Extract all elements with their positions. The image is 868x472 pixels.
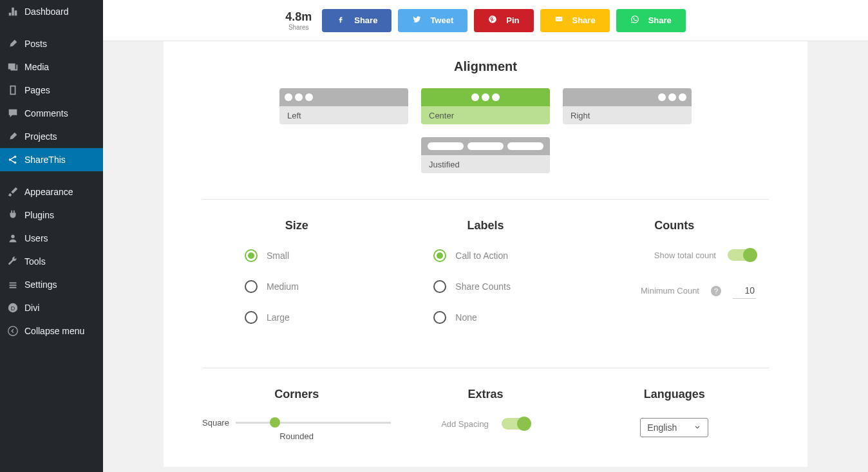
corners-column: Corners Square Rounded — [202, 388, 391, 441]
alignment-justified[interactable]: Justified — [421, 137, 550, 173]
sidebar-item-divi[interactable]: D Divi — [0, 296, 103, 319]
size-small[interactable]: Small — [202, 249, 391, 262]
corners-rounded-label: Rounded — [202, 431, 391, 441]
size-title: Size — [202, 219, 391, 232]
svg-point-6 — [8, 326, 17, 335]
help-icon[interactable]: ? — [711, 286, 721, 296]
alignment-options-row2: Justified — [202, 137, 769, 173]
wrench-icon — [6, 255, 19, 268]
size-column: Size Small Medium Large — [202, 219, 391, 342]
sidebar-item-settings[interactable]: Settings — [0, 273, 103, 296]
sidebar-item-tools[interactable]: Tools — [0, 250, 103, 273]
wp-admin-sidebar: Dashboard Posts Media Pages Comments Pro… — [0, 0, 103, 472]
sidebar-item-plugins[interactable]: Plugins — [0, 203, 103, 227]
content-area: Alignment Left Center Right Justified — [103, 41, 868, 472]
share-button-label: Share — [648, 15, 672, 25]
alignment-label: Right — [563, 106, 692, 124]
corners-slider[interactable] — [236, 422, 391, 424]
labels-none[interactable]: None — [391, 311, 580, 324]
size-medium[interactable]: Medium — [202, 280, 391, 293]
svg-point-11 — [560, 19, 560, 19]
counts-column: Counts Show total count Minimum Count ? — [580, 219, 769, 342]
alignment-preview — [421, 137, 550, 155]
twitter-share-button[interactable]: Tweet — [398, 9, 467, 32]
labels-cta[interactable]: Call to Action — [391, 249, 580, 262]
languages-title: Languages — [580, 388, 769, 401]
svg-point-9 — [556, 19, 557, 19]
divider — [202, 199, 769, 200]
sms-share-button[interactable]: Share — [540, 9, 610, 32]
alignment-label: Center — [421, 106, 550, 124]
share-total: 4.8m Shares — [285, 10, 312, 31]
sidebar-item-label: Pages — [24, 85, 50, 95]
brush-icon — [6, 185, 19, 198]
svg-point-3 — [11, 235, 14, 238]
sidebar-item-label: Appearance — [24, 187, 73, 197]
corners-slider-row: Square — [202, 418, 391, 428]
settings-panel: Alignment Left Center Right Justified — [164, 41, 807, 467]
sidebar-item-label: Collapse menu — [24, 326, 84, 336]
alignment-preview — [279, 88, 408, 106]
sidebar-item-sharethis[interactable]: ShareThis — [0, 148, 103, 171]
sidebar-item-appearance[interactable]: Appearance — [0, 180, 103, 203]
extras-column: Extras Add Spacing — [391, 388, 580, 441]
sidebar-item-media[interactable]: Media — [0, 55, 103, 79]
show-total-toggle[interactable] — [728, 249, 756, 261]
whatsapp-share-button[interactable]: Share — [616, 9, 686, 32]
radio-icon — [433, 311, 446, 324]
svg-point-1 — [14, 156, 17, 158]
show-total-row: Show total count — [580, 249, 769, 261]
size-labels-counts-row: Size Small Medium Large Labels — [202, 219, 769, 342]
radio-label: Small — [267, 250, 289, 261]
sidebar-item-collapse[interactable]: Collapse menu — [0, 319, 103, 343]
radio-icon — [245, 249, 258, 262]
min-count-input[interactable] — [733, 283, 756, 299]
sidebar-item-pages[interactable]: Pages — [0, 79, 103, 102]
alignment-label: Left — [279, 106, 408, 124]
share-button-label: Share — [354, 15, 377, 25]
sidebar-item-comments[interactable]: Comments — [0, 102, 103, 125]
sidebar-item-users[interactable]: Users — [0, 227, 103, 250]
alignment-options: Left Center Right — [202, 88, 769, 124]
alignment-center[interactable]: Center — [421, 88, 550, 124]
chevron-down-icon — [693, 422, 701, 433]
sidebar-item-projects[interactable]: Projects — [0, 125, 103, 148]
language-select[interactable]: English — [640, 418, 708, 437]
pin-icon — [6, 130, 19, 143]
show-total-label: Show total count — [654, 250, 716, 260]
alignment-left[interactable]: Left — [279, 88, 408, 124]
collapse-icon — [6, 325, 19, 337]
sidebar-item-posts[interactable]: Posts — [0, 32, 103, 55]
labels-counts[interactable]: Share Counts — [391, 280, 580, 293]
languages-column: Languages English — [580, 388, 769, 441]
counts-title: Counts — [580, 219, 769, 232]
radio-label: Share Counts — [455, 281, 511, 292]
alignment-right[interactable]: Right — [563, 88, 692, 124]
alignment-title: Alignment — [202, 59, 769, 74]
sidebar-item-label: ShareThis — [24, 155, 66, 165]
radio-icon — [245, 280, 258, 293]
extras-title: Extras — [391, 388, 580, 401]
pinterest-share-button[interactable]: Pin — [474, 9, 533, 32]
sidebar-item-label: Users — [24, 233, 48, 243]
page-icon — [6, 84, 19, 97]
min-count-row: Minimum Count ? — [580, 283, 769, 299]
share-icon — [6, 153, 19, 166]
sidebar-item-label: Plugins — [24, 210, 54, 220]
share-button-label: Tweet — [430, 15, 453, 25]
facebook-share-button[interactable]: Share — [322, 9, 392, 32]
sms-icon — [554, 15, 563, 26]
add-spacing-row: Add Spacing — [391, 418, 580, 430]
sidebar-item-dashboard[interactable]: Dashboard — [0, 0, 103, 23]
share-preview-bar: 4.8m Shares Share Tweet Pin Share Share — [103, 0, 868, 41]
plug-icon — [6, 209, 19, 222]
radio-label: Call to Action — [455, 250, 508, 261]
radio-icon — [433, 249, 446, 262]
divider — [202, 368, 769, 368]
svg-point-2 — [14, 162, 17, 164]
share-button-label: Share — [572, 15, 596, 25]
twitter-icon — [412, 15, 421, 26]
add-spacing-toggle[interactable] — [502, 418, 530, 430]
size-large[interactable]: Large — [202, 311, 391, 324]
media-icon — [6, 61, 19, 73]
